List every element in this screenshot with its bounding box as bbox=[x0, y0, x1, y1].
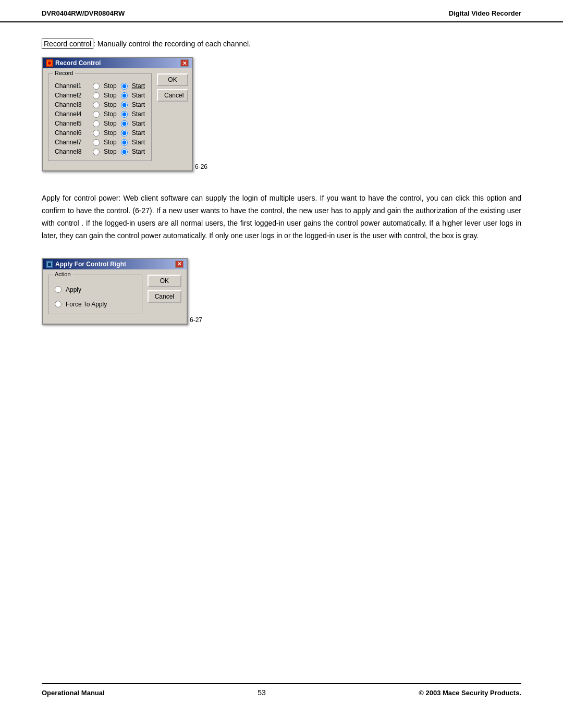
channel-start-label-2: Start bbox=[132, 92, 145, 99]
apply-intro-paragraph: Apply for control power: Web client soft… bbox=[42, 192, 521, 242]
channel-start-label-3: Start bbox=[132, 101, 145, 108]
channel-stop-label-1: Stop bbox=[104, 82, 117, 90]
header-left: DVR0404RW/DVR0804RW bbox=[42, 9, 125, 17]
channel-stop-label-6: Stop bbox=[104, 129, 117, 137]
force-apply-label: Force To Apply bbox=[66, 301, 107, 308]
channel-row: Channel4StopStart bbox=[55, 109, 145, 119]
apply-dialog-wrapper: Apply For Control Right ✕ Action bbox=[42, 258, 521, 325]
apply-cancel-button[interactable]: Cancel bbox=[148, 290, 181, 303]
record-dialog-close[interactable]: ✕ bbox=[180, 59, 189, 67]
record-control-dialog: Record Control ✕ Record Channel1StopStar… bbox=[42, 57, 193, 171]
apply-control-dialog: Apply For Control Right ✕ Action bbox=[42, 258, 188, 325]
channel-row: Channel3StopStart bbox=[55, 100, 145, 109]
apply-page-annotation: 6-27 bbox=[190, 316, 202, 325]
channel-stop-radio-3[interactable] bbox=[93, 102, 100, 108]
apply-dialog-titlebar: Apply For Control Right ✕ bbox=[43, 259, 187, 269]
record-control-section: Record control: Manually control the rec… bbox=[42, 38, 521, 171]
apply-radio[interactable] bbox=[55, 286, 62, 293]
apply-radio-row: Apply bbox=[55, 285, 136, 295]
record-dialog-buttons: OK Cancel bbox=[157, 73, 188, 102]
channel-start-label-7: Start bbox=[132, 139, 145, 146]
record-dialog-icon bbox=[46, 59, 53, 67]
channel-stop-radio-1[interactable] bbox=[93, 83, 100, 90]
record-group: Record Channel1StopStartChannel2StopStar… bbox=[48, 73, 152, 161]
channel-start-label-1: Start bbox=[132, 82, 145, 90]
channel-row: Channel1StopStart bbox=[55, 81, 145, 91]
channel-row: Channel6StopStart bbox=[55, 128, 145, 138]
channel-label-4: Channel4 bbox=[55, 110, 89, 118]
apply-ok-button[interactable]: OK bbox=[148, 275, 181, 287]
channel-label-7: Channel7 bbox=[55, 139, 89, 146]
record-group-legend: Record bbox=[53, 70, 75, 76]
apply-dialog-title: Apply For Control Right bbox=[55, 261, 126, 268]
channel-label-8: Channel8 bbox=[55, 148, 89, 155]
record-fields: Record Channel1StopStartChannel2StopStar… bbox=[48, 73, 152, 165]
channel-start-label-8: Start bbox=[132, 148, 145, 155]
channel-row: Channel7StopStart bbox=[55, 138, 145, 147]
svg-point-2 bbox=[48, 61, 51, 65]
footer-right: © 2003 Mace Security Products. bbox=[419, 689, 521, 697]
channel-stop-radio-6[interactable] bbox=[93, 130, 100, 137]
force-apply-radio[interactable] bbox=[55, 301, 62, 307]
page-header: DVR0404RW/DVR0804RW Digital Video Record… bbox=[0, 0, 563, 22]
apply-group-legend: Action bbox=[53, 271, 73, 277]
channel-stop-radio-2[interactable] bbox=[93, 92, 100, 99]
apply-fields: Action Apply Force To Apply bbox=[48, 275, 142, 318]
channel-stop-radio-4[interactable] bbox=[93, 111, 100, 118]
record-intro-text: : Manually control the recording of each… bbox=[93, 40, 251, 48]
channel-start-radio-1[interactable] bbox=[121, 83, 128, 90]
apply-dialog-container: Apply For Control Right ✕ Action bbox=[42, 258, 521, 325]
channel-label-6: Channel6 bbox=[55, 129, 89, 137]
channel-row: Channel5StopStart bbox=[55, 119, 145, 128]
channel-label-2: Channel2 bbox=[55, 92, 89, 99]
force-apply-radio-row: Force To Apply bbox=[55, 299, 136, 310]
apply-dialog-close[interactable]: ✕ bbox=[175, 261, 183, 268]
channel-stop-radio-5[interactable] bbox=[93, 120, 100, 127]
apply-dialog-content: Action Apply Force To Apply bbox=[48, 275, 181, 318]
footer-center: 53 bbox=[258, 688, 266, 697]
record-dialog-content: Record Channel1StopStartChannel2StopStar… bbox=[48, 73, 187, 165]
apply-label: Apply bbox=[66, 286, 81, 293]
channel-start-radio-5[interactable] bbox=[121, 120, 128, 127]
svg-rect-5 bbox=[48, 263, 51, 266]
apply-dialog-body: Action Apply Force To Apply bbox=[43, 269, 187, 324]
record-term: Record control bbox=[42, 39, 93, 49]
record-ok-button[interactable]: OK bbox=[157, 73, 188, 86]
channel-start-label-6: Start bbox=[132, 129, 145, 137]
channel-row: Channel2StopStart bbox=[55, 91, 145, 100]
record-dialog-title: Record Control bbox=[55, 59, 101, 67]
channel-start-radio-2[interactable] bbox=[121, 92, 128, 99]
channel-stop-label-3: Stop bbox=[104, 101, 117, 108]
channel-stop-radio-7[interactable] bbox=[93, 139, 100, 146]
record-dialog-titlebar: Record Control ✕ bbox=[43, 58, 192, 68]
record-titlebar-left: Record Control bbox=[46, 59, 101, 67]
apply-titlebar-left: Apply For Control Right bbox=[46, 261, 126, 268]
apply-section: Apply for control power: Web client soft… bbox=[42, 192, 521, 324]
apply-group: Action Apply Force To Apply bbox=[48, 275, 142, 314]
channel-start-label-4: Start bbox=[132, 110, 145, 118]
channel-start-label-5: Start bbox=[132, 120, 145, 127]
channel-row: Channel8StopStart bbox=[55, 147, 145, 156]
channel-label-1: Channel1 bbox=[55, 82, 89, 90]
record-page-annotation: 6-26 bbox=[195, 163, 207, 171]
channel-start-radio-7[interactable] bbox=[121, 139, 128, 146]
channel-label-3: Channel3 bbox=[55, 101, 89, 108]
channel-stop-radio-8[interactable] bbox=[93, 149, 100, 155]
channel-start-radio-6[interactable] bbox=[121, 130, 128, 137]
record-cancel-button[interactable]: Cancel bbox=[157, 89, 188, 102]
record-intro: Record control: Manually control the rec… bbox=[42, 38, 521, 50]
apply-dialog-icon bbox=[46, 261, 53, 268]
channel-stop-label-8: Stop bbox=[104, 148, 117, 155]
footer-left: Operational Manual bbox=[42, 689, 105, 697]
channel-start-radio-4[interactable] bbox=[121, 111, 128, 118]
channel-stop-label-7: Stop bbox=[104, 139, 117, 146]
record-dialog-body: Record Channel1StopStartChannel2StopStar… bbox=[43, 68, 192, 170]
channel-label-5: Channel5 bbox=[55, 120, 89, 127]
channel-stop-label-5: Stop bbox=[104, 120, 117, 127]
channel-start-radio-3[interactable] bbox=[121, 102, 128, 108]
apply-term: Apply for control power bbox=[42, 194, 118, 202]
record-dialog-wrapper: Record Control ✕ Record Channel1StopStar… bbox=[42, 57, 521, 171]
page-footer: Operational Manual 53 © 2003 Mace Securi… bbox=[42, 683, 521, 697]
channel-start-radio-8[interactable] bbox=[121, 149, 128, 155]
channel-stop-label-4: Stop bbox=[104, 110, 117, 118]
